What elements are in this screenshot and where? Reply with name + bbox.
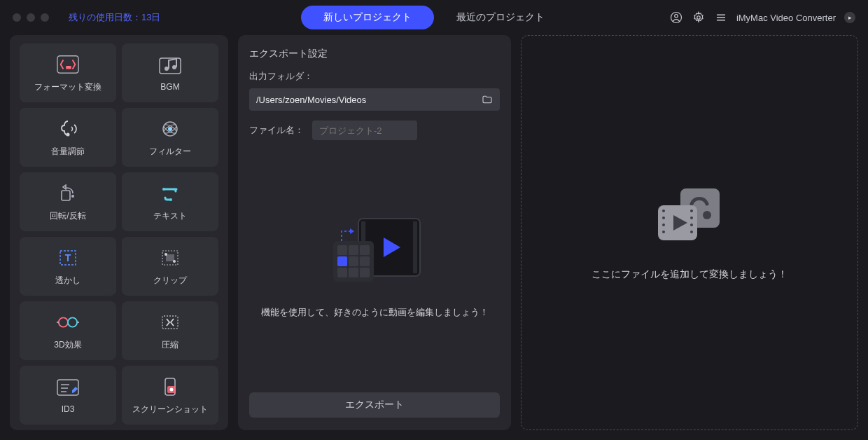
svg-rect-23 xyxy=(166,254,174,261)
svg-rect-52 xyxy=(337,256,347,266)
svg-rect-47 xyxy=(349,256,358,266)
menu-icon[interactable] xyxy=(714,11,728,25)
tool-rotate[interactable]: 回転/反転 xyxy=(20,172,116,231)
editor-hint-text: 機能を使用して、好きのように動画を編集しましょう！ xyxy=(261,305,489,320)
tool-bgm[interactable]: BGM xyxy=(122,43,218,102)
bgm-icon xyxy=(159,54,181,76)
svg-point-58 xyxy=(662,216,665,219)
project-tabs: 新しいプロジェクト 最近のプロジェクト xyxy=(301,6,567,29)
svg-rect-50 xyxy=(349,268,358,277)
svg-point-11 xyxy=(66,132,70,136)
export-button[interactable]: エクスポート xyxy=(249,392,500,418)
output-folder-path: /Users/zoen/Movies/Videos xyxy=(256,95,366,105)
output-folder-field[interactable]: /Users/zoen/Movies/Videos xyxy=(249,88,500,111)
svg-point-18 xyxy=(162,188,165,191)
tool-label: 回転/反転 xyxy=(50,210,85,222)
svg-point-1 xyxy=(675,15,678,18)
maximize-window[interactable] xyxy=(41,13,49,22)
threed-icon xyxy=(57,311,79,334)
svg-point-15 xyxy=(168,127,172,131)
tool-label: 圧縮 xyxy=(162,339,178,351)
rotate-icon xyxy=(57,182,79,205)
tool-label: クリップ xyxy=(153,275,187,287)
svg-point-64 xyxy=(690,231,693,233)
svg-point-61 xyxy=(690,209,693,212)
tab-new-project[interactable]: 新しいプロジェクト xyxy=(301,6,434,29)
svg-point-2 xyxy=(697,16,701,20)
dropzone-text: ここにファイルを追加して変換しましょう！ xyxy=(592,268,788,281)
svg-text:T: T xyxy=(65,252,71,263)
tool-label: BGM xyxy=(160,82,179,92)
svg-rect-40 xyxy=(413,221,417,273)
filename-input[interactable] xyxy=(312,121,417,140)
tool-label: フォーマット変換 xyxy=(34,81,102,93)
svg-rect-49 xyxy=(337,268,347,277)
export-section-title: エクスポート設定 xyxy=(249,48,500,60)
tool-label: 透かし xyxy=(55,275,80,287)
svg-point-19 xyxy=(169,198,172,201)
settings-icon[interactable] xyxy=(692,11,706,25)
tool-panel: フォーマット変換BGM音量調節フィルター回転/反転テキストT透かしクリップ3D効… xyxy=(10,35,228,430)
svg-point-25 xyxy=(173,260,176,263)
dropzone-illustration xyxy=(651,184,728,247)
svg-marker-53 xyxy=(350,228,354,234)
tool-label: 音量調節 xyxy=(51,146,85,158)
svg-rect-43 xyxy=(337,245,347,255)
tool-label: 3D効果 xyxy=(54,339,81,351)
tool-screenshot[interactable]: スクリーンショット xyxy=(122,366,218,425)
tool-text[interactable]: テキスト xyxy=(122,172,218,231)
svg-point-26 xyxy=(59,317,68,326)
tool-filter[interactable]: フィルター xyxy=(122,108,218,167)
svg-rect-7 xyxy=(66,65,71,69)
screenshot-icon xyxy=(159,376,181,398)
tab-recent-projects[interactable]: 最近のプロジェクト xyxy=(434,6,567,29)
svg-point-27 xyxy=(68,317,77,326)
tool-id3[interactable]: ID3 xyxy=(20,366,116,425)
filename-label: ファイル名： xyxy=(249,124,304,137)
svg-point-60 xyxy=(662,231,665,233)
svg-point-57 xyxy=(662,209,665,212)
play-badge-icon[interactable]: ▸ xyxy=(844,12,855,23)
editor-illustration xyxy=(322,213,427,290)
svg-point-37 xyxy=(170,387,174,391)
clip-icon xyxy=(159,247,181,269)
tool-watermark[interactable]: T透かし xyxy=(20,237,116,296)
tool-format[interactable]: フォーマット変換 xyxy=(20,43,116,102)
watermark-icon: T xyxy=(57,247,79,269)
svg-point-59 xyxy=(662,224,665,226)
account-icon[interactable] xyxy=(669,11,683,25)
export-panel: エクスポート設定 出力フォルダ： /Users/zoen/Movies/Vide… xyxy=(238,35,511,430)
window-controls xyxy=(13,13,49,22)
tool-label: スクリーンショット xyxy=(132,404,208,415)
output-folder-label: 出力フォルダ： xyxy=(249,70,500,83)
titlebar: 残りの使用日数：13日 新しいプロジェクト 最近のプロジェクト iMyMac V… xyxy=(0,0,868,35)
filter-icon xyxy=(159,118,181,140)
file-dropzone[interactable]: ここにファイルを追加して変換しましょう！ xyxy=(521,35,858,430)
tool-clip[interactable]: クリップ xyxy=(122,237,218,296)
svg-point-55 xyxy=(703,211,711,219)
svg-rect-48 xyxy=(360,256,370,266)
svg-rect-45 xyxy=(360,245,370,255)
compress-icon xyxy=(159,311,181,334)
svg-rect-44 xyxy=(349,245,358,255)
browse-folder-icon[interactable] xyxy=(482,94,493,105)
svg-rect-16 xyxy=(62,191,70,200)
format-icon xyxy=(57,53,79,76)
volume-icon xyxy=(57,118,79,140)
tool-threed[interactable]: 3D効果 xyxy=(20,301,116,360)
svg-point-17 xyxy=(71,195,74,198)
tool-compress[interactable]: 圧縮 xyxy=(122,301,218,360)
tool-label: フィルター xyxy=(149,146,191,158)
tool-label: ID3 xyxy=(62,404,75,414)
svg-point-24 xyxy=(164,253,167,256)
tool-label: テキスト xyxy=(153,210,187,222)
svg-point-62 xyxy=(690,216,693,219)
tool-volume[interactable]: 音量調節 xyxy=(20,108,116,167)
svg-point-63 xyxy=(690,224,693,226)
close-window[interactable] xyxy=(13,13,21,22)
app-name: iMyMac Video Converter xyxy=(736,13,836,23)
trial-days-remaining: 残りの使用日数：13日 xyxy=(69,11,160,24)
minimize-window[interactable] xyxy=(27,13,35,22)
svg-rect-51 xyxy=(360,268,370,277)
text-icon xyxy=(159,182,181,205)
